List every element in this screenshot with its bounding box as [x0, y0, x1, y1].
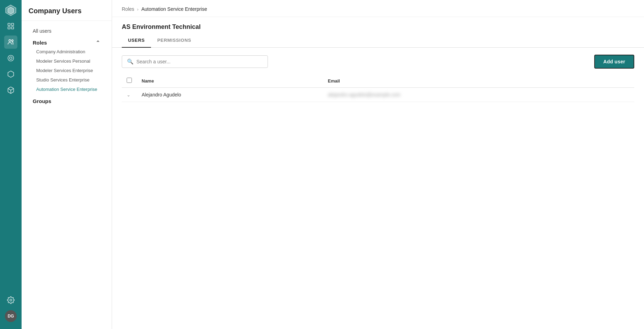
table-row: ⌄ Alejandro Agudelo alejandro.agudelo@ex…: [122, 88, 634, 102]
svg-rect-4: [8, 27, 10, 29]
add-user-button[interactable]: Add user: [594, 55, 634, 69]
tabs-bar: USERS PERMISSIONS: [112, 33, 644, 48]
groups-section-header: Groups: [29, 94, 105, 107]
role-item-modeler-enterprise[interactable]: Modeler Services Enterprise: [32, 66, 105, 75]
user-email-blurred: alejandro.agudelo@example.com: [328, 92, 400, 97]
roles-label: Roles: [33, 40, 47, 46]
svg-marker-10: [8, 71, 14, 77]
roles-chevron-icon[interactable]: ⌃: [95, 40, 101, 46]
svg-point-6: [9, 40, 11, 42]
role-item-company-admin[interactable]: Company Administration: [32, 47, 105, 56]
user-avatar[interactable]: DG: [5, 310, 17, 322]
page-subtitle: AS Environment Technical: [112, 17, 644, 33]
svg-point-9: [9, 57, 12, 59]
users-nav-icon[interactable]: [4, 36, 17, 49]
left-nav: Company Users All users Roles ⌃ Company …: [22, 0, 112, 329]
role-item-studio-enterprise[interactable]: Studio Services Enterprise: [32, 75, 105, 85]
left-nav-title: Company Users: [22, 0, 112, 21]
role-list: Company Administration Modeler Services …: [29, 47, 105, 94]
toolbar-row: 🔍 Add user: [122, 55, 634, 69]
row-chevron-icon[interactable]: ⌄: [127, 92, 130, 97]
search-input[interactable]: [136, 59, 263, 64]
roles-section-header: Roles ⌃: [29, 36, 105, 47]
box-nav-icon[interactable]: [4, 84, 17, 97]
select-all-checkbox[interactable]: [127, 78, 132, 83]
left-nav-section: All users Roles ⌃ Company Administration…: [22, 21, 112, 109]
all-users-link[interactable]: All users: [29, 26, 105, 36]
breadcrumb: Roles › Automation Service Enterprise: [112, 0, 644, 17]
table-email-header: Email: [323, 74, 634, 88]
svg-marker-1: [8, 7, 14, 14]
svg-point-7: [11, 40, 13, 41]
main-content: Roles › Automation Service Enterprise AS…: [112, 0, 644, 329]
bottom-icons: DG: [4, 293, 17, 326]
user-email-cell: alejandro.agudelo@example.com: [323, 88, 634, 102]
svg-rect-2: [8, 23, 10, 25]
breadcrumb-current: Automation Service Enterprise: [141, 6, 207, 12]
breadcrumb-chevron-icon: ›: [137, 7, 138, 12]
table-select-all-header: [122, 74, 137, 88]
hexagon-nav-icon[interactable]: [4, 68, 17, 81]
user-name-cell: Alejandro Agudelo: [137, 88, 323, 102]
table-name-header: Name: [137, 74, 323, 88]
role-item-modeler-personal[interactable]: Modeler Services Personal: [32, 56, 105, 66]
svg-rect-5: [11, 27, 14, 29]
svg-point-8: [8, 55, 14, 61]
tab-permissions[interactable]: PERMISSIONS: [151, 33, 197, 48]
tab-users[interactable]: USERS: [122, 33, 151, 48]
icon-sidebar: DG: [0, 0, 22, 329]
content-area: 🔍 Add user Name Email ⌄: [112, 48, 644, 329]
grid-nav-icon[interactable]: [4, 19, 17, 33]
svg-point-12: [10, 299, 12, 301]
groups-label: Groups: [33, 98, 51, 104]
svg-rect-3: [11, 23, 14, 25]
row-expand-cell: ⌄: [122, 88, 137, 102]
circle-nav-icon[interactable]: [4, 52, 17, 65]
breadcrumb-parent[interactable]: Roles: [122, 6, 134, 12]
search-box: 🔍: [122, 55, 268, 68]
settings-icon[interactable]: [4, 293, 17, 307]
role-item-automation-enterprise[interactable]: Automation Service Enterprise: [32, 85, 105, 94]
app-logo[interactable]: [4, 3, 17, 17]
users-table: Name Email ⌄ Alejandro Agudelo alejandro…: [122, 74, 634, 102]
search-icon: 🔍: [127, 58, 134, 65]
